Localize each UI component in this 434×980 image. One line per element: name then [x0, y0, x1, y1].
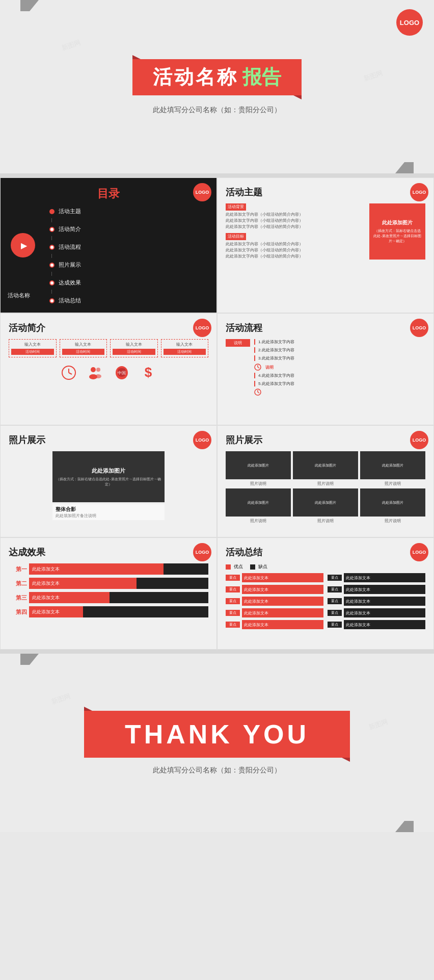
photo1-main: 此处添加图片 （插改方式：鼠标右键点击选此处-菜改里照片→选择目标图片→确定） …	[9, 451, 208, 520]
summary-bad-5: 要点 此处添加文本	[328, 620, 425, 629]
summary-bad-col: 要点 此处添加文本 要点 此处添加文本 要点 此处添加文本	[328, 573, 425, 629]
toc-item-1: 活动主题	[49, 208, 208, 215]
summary-bar-b1: 此处添加文本	[344, 573, 425, 582]
toc-item-6: 活动总结	[49, 297, 208, 304]
summary-bar-text-b2: 此处添加文本	[346, 587, 370, 592]
toc-item-5: 达成效果	[49, 279, 208, 287]
photo1-placeholder: 此处添加图片 （插改方式：鼠标右键点击选此处-菜改里照片→选择目标图片→确定）	[52, 451, 165, 502]
theme-tag2: 活动目标	[226, 233, 246, 240]
achieve-bar-fill-4: 此处添加文本	[29, 606, 208, 617]
summary-bar-b3: 此处添加文本	[344, 597, 425, 606]
process-tag2: 说明	[265, 365, 274, 370]
toc-activity-name: 活动名称	[8, 292, 30, 299]
intro-icon-money: $	[140, 365, 156, 381]
photo2-caption-3: 照片说明	[360, 481, 425, 486]
toc-dot-1	[49, 209, 55, 214]
toc-label-2: 活动简介	[59, 225, 81, 233]
logo-achieve: LOGO	[193, 543, 211, 561]
thankyou-corner-br	[395, 821, 414, 832]
slide-activity-intro: LOGO 活动简介 输入文本 活动时间 输入文本 活动时间 输入文本 活动时间 …	[0, 313, 217, 425]
photo1-label: 此处添加图片	[92, 467, 125, 475]
summary-tag-b5: 要点	[328, 622, 342, 628]
summary-good-4: 要点 此处添加文本	[226, 608, 323, 617]
summary-bar-g1: 此处添加文本	[242, 573, 323, 582]
toc-label-3: 活动流程	[59, 243, 81, 251]
watermark-ty2: 新图网	[367, 717, 389, 732]
summary-tag-g5: 要点	[226, 622, 240, 628]
summary-bar-g3: 此处添加文本	[242, 597, 323, 606]
summary-good-2: 要点 此处添加文本	[226, 585, 323, 594]
process-step-5: 5.此处添加文字内容	[254, 381, 425, 386]
slide-activity-process: LOGO 活动流程 说明 1.此处添加文字内容 2.此处添加文字内容 3.此处添…	[217, 313, 434, 425]
summary-bar-text-b4: 此处添加文本	[346, 610, 370, 616]
logo-cover: LOGO	[396, 9, 423, 36]
process-steps: 1.此处添加文字内容 2.此处添加文字内容 3.此处添加文字内容 说明 4.此处…	[254, 339, 425, 398]
summary-tag-g2: 要点	[226, 586, 240, 592]
toc-label-6: 活动总结	[59, 297, 81, 304]
logo-photo2: LOGO	[410, 431, 428, 449]
summary-bar-g2: 此处添加文本	[242, 585, 323, 594]
intro-box-3: 输入文本 活动时间	[110, 339, 158, 357]
slide-cover: LOGO 新图网 新图网 活动名称 报告 此处填写分公司名称（如：贵阳分公司）	[0, 0, 434, 173]
thankyou-corner-tl	[20, 654, 39, 665]
achieve-bar-3: 第三 此处添加文本	[9, 592, 208, 603]
intro-icon-people	[87, 365, 103, 381]
achieve-bar-fill-3: 此处添加文本	[29, 592, 208, 603]
summary-tag-b2: 要点	[328, 586, 342, 592]
theme-body1: 此处添加文字内容（小组活动的简介内容） 此处添加文字内容（小组活动的简介内容） …	[226, 212, 365, 230]
intro-box-label-4: 活动时间	[164, 349, 206, 355]
toc-label-1: 活动主题	[59, 208, 81, 215]
slide-toc: LOGO 目录 活动名称 活动主题 活动简介 活动流程 照片展示	[0, 177, 217, 313]
photo2-caption-4: 照片说明	[226, 518, 291, 524]
summary-good-col: 要点 此处添加文本 要点 此处添加文本 要点 此处添加文本	[226, 573, 323, 629]
legend-bad-color	[250, 564, 255, 570]
slide-summary-title: 活动总结	[226, 546, 425, 558]
summary-good-5: 要点 此处添加文本	[226, 620, 323, 629]
slide-achieve-title: 达成效果	[9, 546, 208, 558]
photo2-caption-2: 照片说明	[293, 481, 358, 486]
achieve-num-4: 第四	[9, 608, 27, 616]
intro-box-text-3: 输入文本	[126, 342, 142, 347]
slide-process-title: 活动流程	[226, 322, 425, 334]
thankyou-text: THANK YOU	[125, 719, 309, 750]
intro-icon-map: 中国	[114, 365, 130, 381]
intro-box-label-1: 活动时间	[11, 349, 54, 355]
legend-good-label: 优点	[234, 563, 243, 570]
photo2-label-3: 此处添加图片	[382, 463, 403, 468]
slide-activity-theme: LOGO 活动主题 活动背景 此处添加文字内容（小组活动的简介内容） 此处添加文…	[217, 177, 434, 313]
thankyou-subtitle: 此处填写分公司名称（如：贵阳分公司）	[153, 766, 281, 775]
summary-bad-3: 要点 此处添加文本	[328, 597, 425, 606]
separator-2	[0, 650, 434, 654]
intro-box-4: 输入文本 活动时间	[161, 339, 209, 357]
photo2-caption-5: 照片说明	[293, 518, 358, 524]
photo2-label-4: 此处添加图片	[248, 500, 269, 505]
slide-photo2-title: 照片展示	[226, 434, 425, 446]
watermark-ty1: 新图网	[50, 691, 72, 707]
photo2-img-3: 此处添加图片	[360, 451, 425, 479]
theme-tag1: 活动背景	[226, 203, 246, 211]
summary-bar-text-g1: 此处添加文本	[244, 575, 268, 581]
logo-summary: LOGO	[410, 543, 428, 561]
photo2-cell-2: 此处添加图片 照片说明	[293, 451, 358, 486]
intro-box-text-2: 输入文本	[75, 342, 91, 347]
legend-bad-label: 缺点	[258, 563, 267, 570]
photo2-img-4: 此处添加图片	[226, 488, 291, 517]
achieve-num-3: 第三	[9, 594, 27, 602]
slide-achieve: LOGO 达成效果 第一 此处添加文本 第二 此处添加文本 第三	[0, 537, 217, 650]
intro-box-text-1: 输入文本	[24, 342, 41, 347]
slide-photo1: LOGO 照片展示 此处添加图片 （插改方式：鼠标右键点击选此处-菜改里照片→选…	[0, 425, 217, 537]
svg-line-2	[69, 373, 72, 374]
photo2-img-6: 此处添加图片	[360, 488, 425, 517]
toc-timeline: 活动主题 活动简介 活动流程 照片展示 达成效果	[49, 208, 208, 304]
achieve-bars-container: 第一 此处添加文本 第二 此处添加文本 第三 此处添加文本	[9, 563, 208, 617]
achieve-bar-1: 第一 此处添加文本	[9, 563, 208, 575]
watermark2: 新图网	[362, 68, 384, 84]
toc-connector-2	[51, 236, 52, 240]
theme-img-note: （插改方式：鼠标右键点击选此处-菜改里照片→选择目标图片→确定）	[373, 228, 421, 243]
intro-box-1: 输入文本 活动时间	[9, 339, 57, 357]
photo2-img-5: 此处添加图片	[293, 488, 358, 517]
toc-connector-4	[51, 272, 52, 276]
intro-box-label-2: 活动时间	[62, 349, 105, 355]
achieve-num-1: 第一	[9, 565, 27, 573]
cover-title-highlight: 报告	[242, 64, 281, 90]
